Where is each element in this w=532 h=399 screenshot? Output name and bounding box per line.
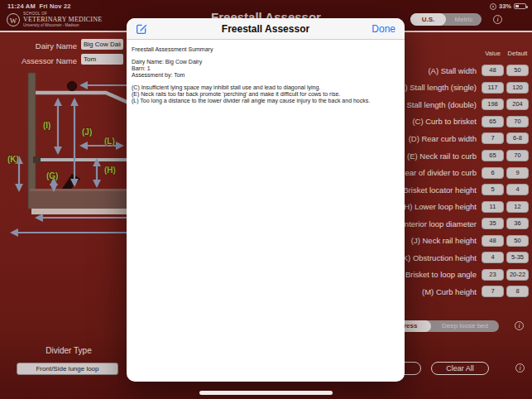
measurement-row: (A) Stall width4850	[387, 62, 529, 79]
modal-header: Freestall Assessor Done	[127, 18, 405, 40]
upper-divider-rail	[36, 93, 134, 105]
diagram-label-G: (G)	[46, 171, 58, 180]
assessor-name-label: Assessor Name	[0, 56, 77, 65]
measurement-row: (H) Lower loop height1112	[387, 198, 529, 215]
measurement-value-button[interactable]: 23	[482, 269, 504, 281]
summary-line	[132, 53, 400, 59]
curb-face	[31, 209, 136, 214]
measurement-row: (B2) Stall length (double)198204	[387, 96, 529, 113]
status-time: 11:24 AM Fri Nov 22	[7, 2, 71, 10]
stall-diagram: (I) (J) (L) (K) (G) (H)	[0, 66, 137, 242]
battery-percent-label: 33%	[499, 2, 511, 10]
brisket-locator	[62, 174, 80, 189]
summary-line: (L) Too long a distance to the lower div…	[132, 98, 400, 104]
measurement-label: (B1) Stall length (single)	[393, 83, 477, 92]
measurement-default-button[interactable]: 70	[506, 150, 529, 161]
diagram-label-H: (H)	[104, 166, 116, 175]
measurement-row: (G) Brisket locator height54	[387, 181, 529, 199]
app-screen: 11:24 AM Fri Nov 22 33% W SCHOOL OF VETE…	[0, 0, 532, 399]
measurement-default-button[interactable]: 4	[506, 184, 529, 195]
measurement-row: (B1) Stall length (single)117120	[387, 79, 529, 97]
stall-bed-platform	[30, 189, 137, 209]
measurement-label: (A) Stall width	[428, 66, 477, 75]
summary-line: (C) Insufficient lying space may inhibit…	[132, 84, 400, 91]
clear-all-button[interactable]: Clear All	[431, 362, 489, 375]
measurement-value-button[interactable]: 11	[482, 201, 504, 213]
clock-label: 11:24 AM	[7, 2, 36, 10]
dairy-name-input[interactable]	[81, 39, 123, 50]
summary-line: (E) Neck rails too far back promote 'per…	[132, 91, 400, 98]
measurement-value-button[interactable]: 6	[482, 167, 504, 179]
measurement-label: (D) Rear curb width	[409, 134, 477, 143]
units-us-segment[interactable]: U.S.	[410, 13, 446, 26]
divider-type-button[interactable]: Front/Side lunge loop	[17, 363, 118, 375]
measurement-default-button[interactable]: 12	[506, 201, 529, 213]
freestall-assessor-modal: Freestall Assessor Done Freestall Assess…	[127, 18, 405, 382]
measurement-row: (C) Curb to brisket6570	[387, 113, 529, 131]
measurement-default-button[interactable]: 6-8	[506, 132, 529, 144]
units-toggle: U.S. Metric	[410, 13, 482, 26]
diagram-label-I: (I)	[43, 121, 50, 130]
home-indicator[interactable]	[199, 391, 333, 395]
measurement-label: (E) Neck rail to curb	[407, 151, 477, 161]
measurement-label: (I) Interior loop diameter	[393, 219, 477, 228]
modal-title: Freestall Assessor	[127, 18, 405, 40]
measurement-row: (K) Obstruction height45-35	[387, 249, 529, 267]
measurement-row: (J) Neck rail height4850	[387, 232, 529, 249]
summary-line: Freestall Assessment Summary	[132, 46, 400, 53]
measurement-label: (H) Lower loop height	[401, 202, 477, 211]
neck-rail-section	[68, 82, 77, 91]
measurement-default-button[interactable]: 20-22	[506, 269, 529, 281]
measurement-row: (E) Neck rail to curb6570	[387, 147, 529, 165]
measurement-default-button[interactable]: 5-35	[506, 252, 529, 263]
stall-post	[28, 73, 36, 209]
measurement-value-button[interactable]: 7	[482, 132, 504, 144]
diagram-label-L: (L)	[104, 137, 115, 146]
divider-type-label: Divider Type	[23, 346, 114, 355]
measurement-value-button[interactable]: 48	[482, 65, 504, 76]
measurement-row: (F) Rear of divider to curb69	[387, 164, 529, 181]
compose-icon[interactable]	[135, 22, 148, 36]
value-column-header: Value	[482, 50, 504, 57]
measurement-value-button[interactable]: 117	[482, 82, 504, 94]
diagram-label-K: (K)	[7, 155, 19, 164]
done-button[interactable]: Done	[371, 18, 395, 40]
summary-line	[132, 79, 400, 84]
measurement-default-button[interactable]: 36	[506, 218, 529, 229]
dairy-name-label: Dairy Name	[0, 41, 77, 50]
measurement-value-button[interactable]: 7	[482, 286, 504, 297]
measurement-row: (I) Interior loop diameter3536	[387, 215, 529, 233]
measurement-label: (M) Curb height	[422, 287, 477, 296]
measurement-row: (M) Curb height78	[387, 283, 529, 300]
bed-deep-loose-segment[interactable]: Deep loose bed	[431, 320, 499, 332]
measurement-value-button[interactable]: 198	[482, 99, 504, 110]
date-label: Fri Nov 22	[39, 2, 70, 10]
measurement-label: (L) Brisket to loop angle	[394, 270, 477, 279]
measurement-row: (D) Rear curb width76-8	[387, 130, 529, 147]
measurement-default-button[interactable]: 8	[506, 286, 529, 297]
measurement-value-button[interactable]: 65	[482, 116, 504, 127]
measurement-default-button[interactable]: 120	[506, 82, 529, 94]
measurement-value-button[interactable]: 48	[482, 235, 504, 247]
measurement-value-button[interactable]: 5	[482, 184, 504, 195]
measurement-value-button[interactable]: 4	[482, 252, 504, 263]
rail-clamp	[33, 156, 41, 163]
actions-info-icon[interactable]: i	[515, 363, 525, 373]
measurement-default-button[interactable]: 50	[506, 235, 529, 247]
orientation-lock-icon	[490, 3, 496, 10]
measurement-value-button[interactable]: 65	[482, 150, 504, 161]
measurement-default-button[interactable]: 50	[506, 65, 529, 76]
summary-text: Freestall Assessment SummaryDairy Name: …	[127, 40, 405, 111]
measurement-default-button[interactable]: 9	[506, 167, 529, 179]
measurement-default-button[interactable]: 204	[506, 99, 529, 110]
battery-icon	[514, 3, 526, 9]
header-info-icon[interactable]: i	[493, 15, 502, 24]
bed-type-info-icon[interactable]: i	[515, 321, 524, 330]
measurement-value-button[interactable]: 35	[482, 218, 504, 229]
units-metric-segment[interactable]: Metric	[446, 13, 482, 26]
measurement-row: (L) Brisket to loop angle2320-22	[387, 267, 529, 284]
measurement-default-button[interactable]: 70	[506, 116, 529, 127]
status-right: 33%	[490, 2, 526, 10]
default-column-header: Default	[506, 50, 529, 57]
assessor-name-input[interactable]	[81, 54, 123, 65]
